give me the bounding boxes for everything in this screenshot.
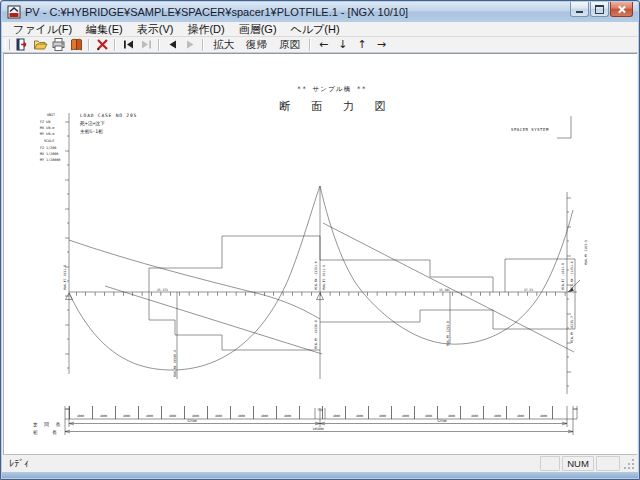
svg-text:4000: 4000 [517,414,524,418]
abort-icon [95,37,110,52]
toolbar-separator [158,39,160,51]
menu-help[interactable]: ヘルプ(H) [284,22,347,36]
svg-text:4000: 4000 [192,414,199,418]
svg-text:4000: 4000 [215,414,222,418]
first-page-button[interactable] [119,37,137,52]
status-ready-text: ﾚﾃﾞｨ [3,458,540,469]
svg-text:MY 1/20000: MY 1/20000 [40,158,60,162]
svg-text:4000: 4000 [425,414,432,418]
svg-text:MAX.FZ 1031.8: MAX.FZ 1031.8 [63,265,67,290]
svg-text:37.53: 37.53 [524,288,533,292]
pan-left-button[interactable]: ← [314,38,333,51]
menu-file[interactable]: ファイル(F) [6,22,79,36]
girder-row-label: 桁 長 [33,430,63,435]
my-line-left [105,286,322,354]
manual-button[interactable] [67,37,85,52]
exit-icon [15,37,30,52]
menu-layer[interactable]: 画層(G) [232,22,284,36]
svg-text:4000: 4000 [123,414,130,418]
svg-text:4000: 4000 [238,414,245,418]
pan-right-button[interactable]: → [372,38,391,51]
svg-text:4000: 4000 [494,414,501,418]
svg-text:4000: 4000 [77,414,84,418]
shear-step-lower [149,292,575,350]
print-button[interactable] [49,37,67,52]
moment-curve-right [320,186,573,344]
first-page-icon [121,37,136,52]
svg-text:400: 400 [65,408,70,411]
plot-title-line1: ** サンプル橋 ** [297,85,367,93]
status-pane-num: NUM [562,456,594,471]
original-view-button[interactable]: 原図 [273,38,306,52]
zoom-button[interactable]: 拡大 [207,38,240,52]
svg-text:MX kN.m: MX kN.m [40,126,54,130]
maximize-button[interactable] [590,2,609,17]
svg-text:4000: 4000 [261,414,268,418]
app-icon [7,5,21,19]
open-button[interactable] [31,37,49,52]
menu-edit[interactable]: 編集(E) [79,22,130,36]
svg-text:FZ kN: FZ kN [40,120,50,124]
pan-down-button[interactable]: ↓ [333,38,352,51]
next-page-button[interactable] [181,37,199,52]
svg-text:MAX.MX 10598.4: MAX.MX 10598.4 [173,350,177,377]
last-page-icon [139,37,154,52]
svg-text:MIN.MY -10236.8: MIN.MY -10236.8 [314,320,318,349]
plot-title-line2: 断 面 力 図 [280,100,393,113]
svg-text:MIN.MX -13251.6: MIN.MX -13251.6 [314,261,318,290]
svg-text:MAX.FZ 2011.5: MAX.FZ 2011.5 [322,265,326,290]
svg-text:MY kN.m: MY kN.m [40,132,54,136]
load-desc-text: 死+活+沈下 [79,120,105,127]
window-bottom-border [2,472,638,478]
status-bar: ﾚﾃﾞｨ NUM [3,454,637,472]
svg-text:4000: 4000 [356,414,363,418]
menu-operate[interactable]: 操作(D) [180,22,231,36]
svg-text:MIN.MX -11251.6: MIN.MX -11251.6 [570,261,574,290]
svg-text:4000: 4000 [146,414,153,418]
value-labels: MAX.FZ 1031.8 MAX.MX 10598.4 MIN.MX -132… [63,240,589,377]
svg-text:52500: 52500 [187,419,197,423]
toolbar-separator [114,39,116,51]
status-pane-empty [596,456,620,471]
last-page-button[interactable] [137,37,155,52]
minimize-button[interactable] [570,2,589,17]
book-icon [69,37,84,52]
status-pane-empty [540,456,560,471]
svg-text:4000: 4000 [284,414,291,418]
svg-text:400: 400 [573,408,578,411]
system-text: SPACER SYSTEM [511,127,549,132]
next-page-icon [183,37,198,52]
svg-text:4000: 4000 [379,414,386,418]
plot-canvas[interactable]: ** サンプル橋 ** 断 面 力 図 LOAD CASE NO 205 死+活… [3,53,637,455]
minimize-icon [576,11,583,13]
prev-page-icon [165,37,180,52]
svg-text:750: 750 [317,408,323,412]
abort-button[interactable] [93,37,111,52]
pan-up-button[interactable]: ↑ [352,38,371,51]
exit-button[interactable] [13,37,31,52]
app-window: PV - C:¥HYBRIDGE¥SAMPLE¥SPACER¥spacer1¥P… [0,0,640,480]
load-member-text: 主桁G-1桁 [80,128,103,134]
toolbar-separator [309,39,311,51]
open-folder-icon [33,37,48,52]
svg-text:52500: 52500 [437,419,447,423]
restore-button[interactable]: 復帰 [240,38,273,52]
svg-text:4000: 4000 [471,414,478,418]
svg-text:105800: 105800 [312,427,324,431]
toolbar-separator [88,39,90,51]
svg-text:FZ 1/200: FZ 1/200 [40,146,56,150]
prev-page-button[interactable] [163,37,181,52]
left-axis-ticks [65,122,69,368]
title-bar[interactable]: PV - C:¥HYBRIDGE¥SAMPLE¥SPACER¥spacer1¥P… [2,2,638,23]
load-case-text: LOAD CASE NO 205 [80,113,137,118]
svg-text:UNIT: UNIT [47,113,55,117]
close-button[interactable] [610,2,633,17]
toolbar-grip[interactable] [5,39,10,50]
svg-text:MAX.MY 2163.5: MAX.MY 2163.5 [584,240,588,265]
resize-grip[interactable] [622,457,636,471]
caption-buttons [569,2,633,17]
svg-text:25.373: 25.373 [157,288,168,292]
my-curve-left [69,240,320,319]
svg-text:4000: 4000 [333,414,340,418]
menu-view[interactable]: 表示(V) [130,22,181,36]
